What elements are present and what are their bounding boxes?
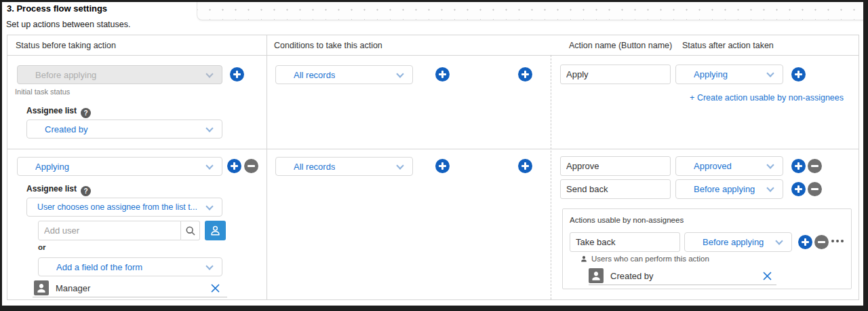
search-button[interactable] (181, 221, 200, 240)
col-header-conditions: Conditions to take this action (274, 41, 382, 50)
chevron-down-icon (205, 162, 213, 169)
remove-non-assignee-action-button[interactable] (814, 235, 829, 249)
assignee-list-text: Assignee list (26, 106, 77, 115)
page-subtitle: Set up actions between statuses. (6, 20, 130, 29)
or-label: or (38, 243, 46, 251)
status-after-dropdown-approve[interactable]: Approved (675, 156, 783, 176)
magnifier-icon (185, 225, 196, 236)
assignee-list-text: Assignee list (26, 184, 77, 194)
page-title: 3. Process flow settings (7, 3, 107, 14)
condition-value: All records (294, 70, 335, 80)
chevron-down-icon (396, 70, 403, 77)
person-icon (580, 255, 588, 263)
add-condition-button-row2[interactable] (435, 159, 450, 173)
create-non-assignee-action-link[interactable]: + Create action usable by non-assignees (690, 93, 844, 103)
chevron-down-icon (205, 70, 213, 77)
assignee-type-value: User chooses one assignee from the list … (37, 202, 197, 212)
form-canvas-panel (197, 2, 863, 20)
remove-performer-button[interactable] (762, 271, 772, 281)
action-name-input-sendback[interactable] (560, 179, 671, 199)
remove-status-button-row2[interactable] (244, 159, 258, 173)
add-user-search (38, 221, 200, 240)
status-after-value: Before applying (694, 184, 755, 194)
add-branch-button-row2[interactable] (518, 159, 532, 173)
performer-entry-name: Created by (610, 271, 654, 281)
chevron-down-icon (775, 237, 783, 244)
col-header-status-before: Status before taking action (16, 41, 116, 50)
chevron-down-icon (205, 202, 213, 210)
assignee-dropdown-row1[interactable]: Created by (26, 120, 222, 139)
dashed-column-divider (551, 55, 551, 299)
assignee-value: Created by (45, 124, 88, 134)
condition-dropdown-row2[interactable]: All records (275, 157, 413, 176)
performer-entry-created-by: Created by (589, 267, 776, 285)
person-icon (209, 224, 222, 237)
action-name-input-row1[interactable] (560, 65, 671, 84)
remove-action-button-sendback[interactable] (808, 182, 822, 196)
remove-assignee-button[interactable] (210, 283, 220, 293)
action-name-input-approve[interactable] (560, 156, 671, 176)
chevron-down-icon (205, 262, 213, 270)
add-action-button-sendback[interactable] (791, 182, 806, 196)
status-after-value: Applying (694, 69, 728, 79)
select-user-button[interactable] (205, 221, 226, 240)
add-action-button-approve[interactable] (791, 159, 806, 173)
col-header-action-name: Action name (Button name) (569, 41, 672, 50)
condition-dropdown-row1[interactable]: All records (275, 65, 413, 84)
chevron-down-icon (766, 184, 774, 191)
question-circle-icon[interactable]: ? (81, 108, 91, 118)
add-non-assignee-action-button[interactable] (798, 235, 812, 249)
person-avatar-icon (34, 280, 49, 295)
row-divider (7, 149, 859, 149)
ellipsis-icon[interactable] (831, 237, 844, 245)
chevron-down-icon (396, 162, 403, 169)
add-user-input[interactable] (38, 221, 181, 240)
chevron-down-icon (766, 161, 774, 168)
chevron-down-icon (766, 69, 774, 77)
add-status-button-row2[interactable] (227, 159, 241, 173)
process-flow-table: Status before taking action Conditions t… (7, 35, 859, 300)
users-label-text: Users who can perform this action (591, 255, 709, 263)
add-status-button-row1[interactable] (230, 67, 244, 81)
status-after-dropdown-row1[interactable]: Applying (675, 65, 783, 84)
column-divider (267, 35, 267, 299)
assignee-entry-name: Manager (56, 283, 90, 293)
status-before-dropdown-row1: Before applying (17, 65, 222, 84)
status-before-value: Applying (35, 162, 69, 172)
status-after-value: Before applying (703, 237, 764, 247)
add-action-button-row1[interactable] (791, 67, 806, 81)
action-name-input-takeback[interactable] (570, 232, 680, 252)
status-before-dropdown-row2[interactable]: Applying (17, 157, 222, 176)
assignee-type-dropdown-row2[interactable]: User chooses one assignee from the list … (26, 198, 222, 217)
assignee-list-label-row2: Assignee list? (26, 184, 91, 196)
non-assignee-box-title: Actions usable by non-assignees (570, 216, 684, 224)
question-circle-icon[interactable]: ? (81, 186, 91, 196)
header-divider (7, 55, 859, 56)
add-field-value: Add a field of the form (56, 262, 142, 272)
status-after-value: Approved (694, 161, 732, 171)
remove-action-button-approve[interactable] (808, 159, 822, 173)
assignee-entry-manager: Manager (33, 279, 227, 297)
initial-task-status-note: Initial task status (15, 88, 70, 96)
status-before-value: Before applying (35, 70, 96, 80)
status-after-dropdown-sendback[interactable]: Before applying (675, 179, 783, 199)
non-assignee-actions-box: Actions usable by non-assignees Before a… (562, 208, 852, 289)
add-condition-button-row1[interactable] (435, 67, 450, 81)
add-branch-button-row1[interactable] (518, 67, 532, 81)
chevron-down-icon (205, 124, 213, 132)
add-field-dropdown[interactable]: Add a field of the form (38, 257, 222, 276)
condition-value: All records (294, 162, 335, 172)
person-avatar-icon (589, 268, 604, 283)
status-after-dropdown-takeback[interactable]: Before applying (684, 232, 792, 252)
users-who-can-perform-label: Users who can perform this action (580, 255, 709, 263)
col-header-status-after: Status after action taken (682, 41, 774, 50)
assignee-list-label-row1: Assignee list? (26, 106, 91, 118)
